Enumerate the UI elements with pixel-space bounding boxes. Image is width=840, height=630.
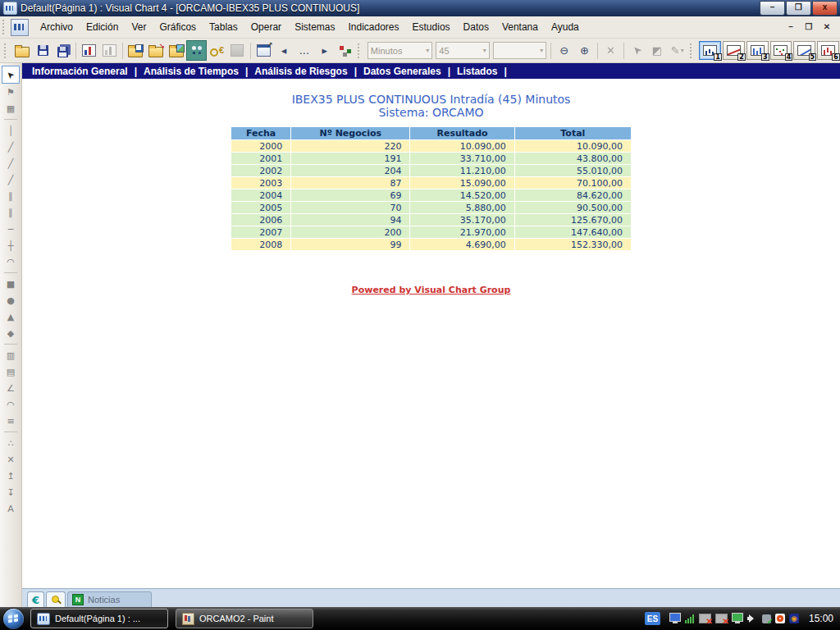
view-6-button[interactable]: 6 [817,41,839,60]
regression-line-tool[interactable]: ╱ [2,171,19,188]
menu-indicadores[interactable]: Indicadores [341,20,405,34]
view-3-button[interactable]: 3 [746,41,769,60]
fibonacci-arcs-tool[interactable]: ◠ [2,396,19,413]
start-button[interactable] [3,609,24,629]
diamond-tool[interactable]: ◆ [2,325,19,341]
units-select[interactable]: ▾ [493,42,547,59]
minimize-button[interactable]: – [760,1,785,16]
recorder-icon[interactable] [775,614,785,623]
tab-pin[interactable] [46,591,66,607]
tab-euro[interactable] [27,591,44,607]
fibonacci-grid-tool[interactable]: ▤ [2,363,19,380]
nav-link-analisisdetiempos[interactable]: Análisis de Tiempos [144,66,239,77]
close-button[interactable]: x [812,1,838,16]
powered-by-link[interactable]: Powered by Visual Chart Group [352,285,511,295]
pointer-tool[interactable]: ➤ [2,66,20,84]
compression-select[interactable]: Minutos▾ [368,42,432,59]
menu-datos[interactable]: Datos [457,20,495,34]
mdi-minimize-button[interactable]: – [784,21,797,33]
wireless-icon[interactable] [789,614,799,623]
trend-line-tool[interactable]: ╱ [2,139,19,155]
highlighter-button[interactable]: ✎▾ [667,40,687,61]
arrow-line-tool[interactable]: ╱ [2,155,19,171]
properties-button[interactable] [253,40,274,61]
channel-tool[interactable]: ∥ [2,204,19,221]
save-all-button[interactable] [53,40,74,61]
application-window: Default(Página 1) : Visual Chart 4 - [OR… [0,0,840,630]
view-2-button[interactable]: 2 [723,41,745,60]
horizontal-line-tool[interactable]: ─ [2,221,19,237]
fibonacci-fan-tool[interactable]: ∠ [2,380,19,396]
scatter-tool[interactable]: ∴ [2,435,19,451]
security-ok-icon[interactable] [762,614,771,623]
open-table-button[interactable] [146,40,167,61]
selection-mode-button[interactable]: ◩ [647,40,668,61]
fibonacci-columns-tool[interactable]: ▥ [2,347,19,363]
link-windows-button[interactable] [335,40,355,61]
network-offline2-icon[interactable] [715,614,728,623]
pattern-box-tool[interactable]: ▦ [2,100,19,116]
market-button[interactable] [227,40,248,61]
prev-page-button[interactable]: ◂ [274,40,294,61]
text-tool[interactable]: A [2,500,19,517]
arc-tool[interactable]: ◠ [2,253,19,270]
nav-link-informaciongeneral[interactable]: Información General [32,66,128,77]
open-chart-button[interactable] [126,40,146,61]
page-list-button[interactable]: ... [294,40,314,61]
ellipse-tool[interactable]: ● [2,292,19,308]
restore-button[interactable]: ❒ [786,1,811,16]
network-offline-icon[interactable] [699,614,711,623]
monitor-icon[interactable] [669,613,681,622]
menu-archivo[interactable]: Archivo [34,20,80,34]
vertical-line-tool[interactable]: │ [2,122,19,139]
tab-noticias[interactable]: Noticias [67,591,152,607]
menu-estudios[interactable]: Estudios [406,20,457,34]
crossed-lines-tool[interactable]: ✕ [2,451,19,468]
pointer-mode-button[interactable]: ➤ [627,40,647,61]
menu-tablas[interactable]: Tablas [203,20,244,34]
new-chart-button[interactable] [79,40,99,61]
view-5-button[interactable]: 5 [793,41,815,60]
open-button[interactable] [12,40,33,61]
menu-ver[interactable]: Ver [125,20,153,34]
cross-tool[interactable]: ┼ [2,237,19,253]
chart-type-button[interactable] [99,40,120,61]
rectangle-tool[interactable]: ■ [2,276,19,292]
arrow-down-tool[interactable]: ↧ [2,484,19,500]
next-page-button[interactable]: ▸ [314,40,335,61]
menu-ayuda[interactable]: Ayuda [545,20,586,34]
zoom-out-button[interactable]: ⊖ [554,40,574,61]
mdi-restore-button[interactable]: ❒ [802,21,815,33]
remote-session-icon[interactable] [732,613,743,622]
nav-link-datosgenerales[interactable]: Datos Generales [363,66,441,77]
menu-operar[interactable]: Operar [244,20,288,34]
menu-sistemas[interactable]: Sistemas [288,20,341,34]
volume-icon[interactable] [747,614,758,623]
view-1-button[interactable]: 1 [699,41,721,60]
pin-tool[interactable]: ⚑ [2,84,19,100]
report-content: IBEX35 PLUS CONTINUOUS Intradía (45) Min… [22,79,840,588]
notes-tool[interactable]: ≡ [2,413,19,429]
signal-bars-icon[interactable] [685,614,695,623]
zoom-in-button[interactable]: ⊕ [574,40,595,61]
speed-lines-tool[interactable]: ∥ [2,188,19,204]
triangle-tool[interactable]: ▲ [2,308,19,325]
task-visualchart[interactable]: Default(Página 1) : ... [30,609,168,628]
periods-select[interactable]: 45▾ [436,42,490,59]
language-indicator[interactable]: ES [645,612,660,625]
task-paint[interactable]: ORCAMO2 - Paint [176,609,313,628]
menu-graficos[interactable]: Gráficos [153,20,203,34]
menu-edicion[interactable]: Edición [80,20,125,34]
nav-link-listados[interactable]: Listados [457,66,497,77]
systems-button[interactable] [186,40,207,61]
taskbar-clock[interactable]: 15:00 [809,613,833,624]
mdi-close-button[interactable]: ✕ [820,21,833,33]
key-access-button[interactable] [207,40,227,61]
view-4-button[interactable]: 4 [770,41,792,60]
open-page-button[interactable] [167,40,187,61]
menu-ventana[interactable]: Ventana [495,20,545,34]
arrow-up-tool[interactable]: ↥ [2,468,19,484]
nav-link-analisisderiesgos[interactable]: Análisis de Riesgos [254,66,347,77]
save-button[interactable] [33,40,53,61]
crosshair-off-button[interactable]: ✕ [600,40,621,61]
